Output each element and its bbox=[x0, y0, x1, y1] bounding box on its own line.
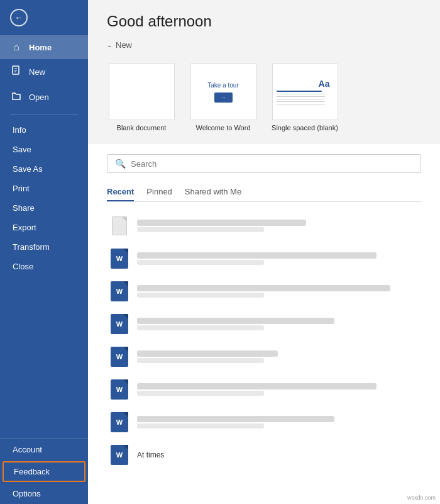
ss-line-5 bbox=[277, 101, 325, 102]
file-icon-container: W bbox=[109, 411, 129, 434]
main-header: Good afternoon ⌄ New bbox=[88, 0, 440, 64]
tab-pinned[interactable]: Pinned bbox=[146, 183, 172, 201]
file-path-bar bbox=[137, 325, 264, 330]
file-name-bar bbox=[137, 220, 306, 226]
sidebar-close-label: Close bbox=[13, 262, 33, 271]
sidebar-text-items: Info Save Save As Print Share Export Tra… bbox=[0, 120, 88, 439]
template-blank-label: Blank document bbox=[117, 124, 167, 132]
templates-row: Blank document Take a tour → Welcome to … bbox=[88, 64, 440, 144]
tab-recent-label: Recent bbox=[107, 187, 134, 196]
template-single-spaced-thumb: Aa bbox=[272, 64, 338, 120]
sidebar-save-label: Save bbox=[13, 145, 31, 154]
tab-pinned-label: Pinned bbox=[146, 187, 172, 196]
sidebar-new-label: New bbox=[29, 67, 45, 77]
list-item[interactable]: W bbox=[107, 406, 421, 439]
sidebar-feedback-label: Feedback bbox=[14, 467, 50, 476]
sidebar-item-transform[interactable]: Transform bbox=[0, 237, 88, 257]
ss-line-3 bbox=[277, 96, 325, 97]
file-icon-container: W bbox=[109, 378, 129, 401]
search-bar[interactable]: 🔍 bbox=[107, 154, 421, 173]
sidebar-item-export[interactable]: Export bbox=[0, 218, 88, 237]
tab-shared-label: Shared with Me bbox=[185, 187, 241, 196]
template-welcome[interactable]: Take a tour → Welcome to Word bbox=[189, 64, 258, 132]
file-icon-container: W bbox=[109, 345, 129, 368]
ss-line-6 bbox=[277, 104, 325, 104]
sidebar-print-label: Print bbox=[13, 184, 30, 193]
ss-line-2 bbox=[277, 94, 325, 94]
sidebar-item-close[interactable]: Close bbox=[0, 257, 88, 276]
template-blank-thumb bbox=[109, 64, 175, 120]
template-welcome-label: Welcome to Word bbox=[195, 124, 250, 132]
sidebar-item-account[interactable]: Account bbox=[0, 439, 88, 460]
sidebar-item-feedback[interactable]: Feedback bbox=[3, 461, 85, 482]
file-info bbox=[137, 220, 419, 232]
list-item[interactable]: W bbox=[107, 242, 421, 275]
file-path-bar bbox=[137, 293, 264, 298]
word-icon: W bbox=[111, 379, 128, 400]
file-path-bar bbox=[137, 358, 264, 363]
sidebar-account-label: Account bbox=[13, 445, 42, 454]
template-blank[interactable]: Blank document bbox=[107, 64, 176, 132]
sidebar-bottom: Account Feedback Options bbox=[0, 439, 88, 504]
list-item[interactable]: W bbox=[107, 308, 421, 340]
list-item[interactable]: W bbox=[107, 373, 421, 406]
file-info bbox=[137, 416, 419, 428]
sidebar-item-options[interactable]: Options bbox=[0, 483, 88, 504]
file-info bbox=[137, 285, 419, 298]
file-name-bar bbox=[137, 416, 334, 422]
tabs-row: Recent Pinned Shared with Me bbox=[107, 183, 421, 202]
new-icon bbox=[10, 65, 23, 78]
sidebar-item-home[interactable]: ⌂ Home bbox=[0, 35, 88, 59]
word-icon: W bbox=[111, 412, 128, 432]
search-input[interactable] bbox=[131, 159, 413, 169]
word-icon: W bbox=[111, 281, 128, 301]
sidebar-item-share[interactable]: Share bbox=[0, 198, 88, 218]
sidebar-nav: ⌂ Home New Open bbox=[0, 35, 88, 109]
template-single-spaced[interactable]: Aa Single spaced (blank) bbox=[270, 64, 339, 132]
list-item[interactable] bbox=[107, 210, 421, 242]
new-section-header: ⌄ New bbox=[107, 40, 421, 50]
home-icon: ⌂ bbox=[10, 42, 23, 53]
aa-text: Aa bbox=[319, 79, 330, 89]
ss-line-1 bbox=[277, 91, 322, 92]
search-icon: 🔍 bbox=[115, 159, 126, 169]
sidebar-item-open[interactable]: Open bbox=[0, 84, 88, 109]
sidebar-item-new[interactable]: New bbox=[0, 59, 88, 84]
tab-recent[interactable]: Recent bbox=[107, 183, 134, 201]
sidebar-item-info[interactable]: Info bbox=[0, 120, 88, 140]
file-path-bar bbox=[137, 260, 264, 265]
file-name-bar bbox=[137, 318, 334, 324]
back-button[interactable]: ← bbox=[0, 0, 88, 35]
sidebar-item-print[interactable]: Print bbox=[0, 179, 88, 198]
file-name-text: At times bbox=[137, 451, 419, 459]
file-info bbox=[137, 252, 419, 265]
file-name-bar bbox=[137, 383, 377, 389]
watermark: wsxdn.com bbox=[405, 494, 437, 501]
file-info bbox=[137, 318, 419, 330]
welcome-tour-text: Take a tour bbox=[207, 82, 238, 89]
sidebar-home-label: Home bbox=[29, 43, 52, 52]
open-icon bbox=[10, 91, 23, 103]
chevron-down-icon[interactable]: ⌄ bbox=[107, 42, 112, 48]
file-icon-container: W bbox=[109, 247, 129, 270]
file-name-bar bbox=[137, 285, 390, 291]
tab-shared[interactable]: Shared with Me bbox=[185, 183, 241, 201]
file-icon-container bbox=[109, 215, 129, 237]
sidebar-item-save[interactable]: Save bbox=[0, 140, 88, 159]
word-icon: W bbox=[111, 249, 128, 269]
file-path-bar bbox=[137, 227, 264, 232]
new-section-label: New bbox=[116, 40, 132, 50]
list-item[interactable]: W bbox=[107, 340, 421, 373]
sidebar-item-save-as[interactable]: Save As bbox=[0, 159, 88, 179]
sidebar-export-label: Export bbox=[13, 223, 36, 232]
file-icon-container: W bbox=[109, 444, 129, 466]
ss-line-4 bbox=[277, 99, 325, 99]
sidebar-transform-label: Transform bbox=[13, 242, 50, 252]
list-item[interactable]: W bbox=[107, 275, 421, 308]
file-icon-container: W bbox=[109, 280, 129, 303]
sidebar-share-label: Share bbox=[13, 203, 35, 213]
main-content: Good afternoon ⌄ New Blank document Take… bbox=[88, 0, 440, 504]
list-item[interactable]: W At times bbox=[107, 439, 421, 471]
file-name-bar bbox=[137, 350, 278, 357]
recent-list: W W W bbox=[107, 210, 421, 471]
